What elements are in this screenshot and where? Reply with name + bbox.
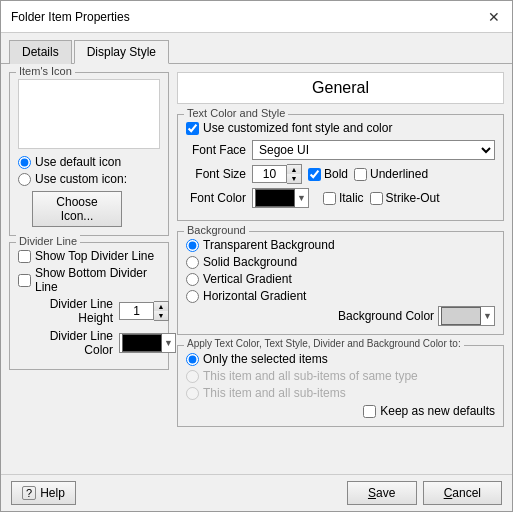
check-bottom-divider[interactable] xyxy=(18,274,31,287)
divider-height-input[interactable] xyxy=(119,302,154,320)
cancel-button[interactable]: Cancel xyxy=(423,481,502,505)
font-size-down[interactable]: ▼ xyxy=(287,174,301,183)
divider-height-up[interactable]: ▲ xyxy=(154,302,168,311)
bg-solid-label: Solid Background xyxy=(203,255,297,269)
check-top-divider[interactable] xyxy=(18,250,31,263)
font-color-picker[interactable]: ▼ xyxy=(252,188,309,208)
font-size-spinner-btns: ▲ ▼ xyxy=(287,164,302,184)
apply-selected-radio[interactable] xyxy=(186,353,199,366)
title-bar: Folder Item Properties ✕ xyxy=(1,1,512,33)
strikeout-label-wrap: Strike-Out xyxy=(370,191,440,205)
apply-selected-row: Only the selected items xyxy=(186,352,495,366)
tab-bar: Details Display Style xyxy=(1,33,512,64)
bg-group: Background Transparent Background Solid … xyxy=(177,231,504,335)
divider-group-title: Divider Line xyxy=(16,235,80,247)
divider-group: Divider Line Show Top Divider Line Show … xyxy=(9,242,169,370)
radio-custom-label: Use custom icon: xyxy=(35,172,127,186)
bg-transparent-label: Transparent Background xyxy=(203,238,335,252)
bg-color-swatch xyxy=(441,307,481,325)
bg-transparent-row: Transparent Background xyxy=(186,238,495,252)
italic-checkbox[interactable] xyxy=(323,192,336,205)
apply-all-row: This item and all sub-items xyxy=(186,386,495,400)
tab-details[interactable]: Details xyxy=(9,40,72,64)
right-panel: General Text Color and Style Use customi… xyxy=(177,72,504,466)
bg-horizontal-label: Horizontal Gradient xyxy=(203,289,306,303)
apply-same-type-label: This item and all sub-items of same type xyxy=(203,369,418,383)
bold-checkbox[interactable] xyxy=(308,168,321,181)
bg-solid-radio[interactable] xyxy=(186,256,199,269)
apply-all-radio[interactable] xyxy=(186,387,199,400)
bg-vertical-radio[interactable] xyxy=(186,273,199,286)
divider-color-arrow: ▼ xyxy=(164,338,173,348)
font-face-label: Font Face xyxy=(186,143,246,157)
apply-selected-label: Only the selected items xyxy=(203,352,328,366)
help-button[interactable]: ? Help xyxy=(11,481,76,505)
save-button[interactable]: Save xyxy=(347,481,417,505)
font-face-select[interactable]: Segoe UI xyxy=(252,140,495,160)
main-content: Item's Icon Use default icon Use custom … xyxy=(1,64,512,474)
font-size-row: Font Size ▲ ▼ Bold Underline xyxy=(186,164,495,184)
underlined-checkbox[interactable] xyxy=(354,168,367,181)
choose-icon-button[interactable]: Choose Icon... xyxy=(32,191,122,227)
icon-group-title: Item's Icon xyxy=(16,65,75,77)
italic-label-wrap: Italic xyxy=(323,191,364,205)
divider-height-row: Divider Line Height ▲ ▼ xyxy=(18,297,160,325)
apply-same-type-radio[interactable] xyxy=(186,370,199,383)
check-top-divider-label: Show Top Divider Line xyxy=(35,249,154,263)
icon-group: Item's Icon Use default icon Use custom … xyxy=(9,72,169,236)
apply-all-label: This item and all sub-items xyxy=(203,386,346,400)
check-bottom-divider-row: Show Bottom Divider Line xyxy=(18,266,160,294)
icon-preview xyxy=(18,79,160,149)
bg-color-arrow: ▼ xyxy=(483,311,492,321)
use-custom-label: Use customized font style and color xyxy=(203,121,392,135)
font-size-label: Font Size xyxy=(186,167,246,181)
keep-defaults-label: Keep as new defaults xyxy=(380,404,495,418)
divider-color-label: Divider Line Color xyxy=(18,329,113,357)
bg-transparent-radio[interactable] xyxy=(186,239,199,252)
cancel-label: Cancel xyxy=(444,486,481,500)
font-face-row: Font Face Segoe UI xyxy=(186,140,495,160)
underlined-label: Underlined xyxy=(370,167,428,181)
check-top-divider-row: Show Top Divider Line xyxy=(18,249,160,263)
close-button[interactable]: ✕ xyxy=(486,9,502,25)
tab-display-style[interactable]: Display Style xyxy=(74,40,169,64)
font-size-input[interactable] xyxy=(252,165,287,183)
bg-horizontal-row: Horizontal Gradient xyxy=(186,289,495,303)
radio-default-label: Use default icon xyxy=(35,155,121,169)
strikeout-checkbox[interactable] xyxy=(370,192,383,205)
help-label: Help xyxy=(40,486,65,500)
dialog: Folder Item Properties ✕ Details Display… xyxy=(0,0,513,512)
text-style-group-title: Text Color and Style xyxy=(184,107,288,119)
general-header: General xyxy=(177,72,504,104)
font-color-swatch xyxy=(255,189,295,207)
bottom-bar: ? Help Save Cancel xyxy=(1,474,512,511)
strikeout-label: Strike-Out xyxy=(386,191,440,205)
keep-defaults-checkbox[interactable] xyxy=(363,405,376,418)
bold-label-wrap: Bold xyxy=(308,167,348,181)
divider-height-spinner-btns: ▲ ▼ xyxy=(154,301,169,321)
radio-custom-icon[interactable] xyxy=(18,173,31,186)
action-buttons: Save Cancel xyxy=(347,481,502,505)
text-style-group: Text Color and Style Use customized font… xyxy=(177,114,504,221)
font-color-row: Font Color ▼ Italic Strike-Out xyxy=(186,188,495,208)
divider-color-picker[interactable]: ▼ xyxy=(119,333,176,353)
italic-label: Italic xyxy=(339,191,364,205)
apply-group-title: Apply Text Color, Text Style, Divider an… xyxy=(184,338,464,349)
dialog-title: Folder Item Properties xyxy=(11,10,130,24)
font-color-arrow: ▼ xyxy=(297,193,306,203)
bg-color-label: Background Color xyxy=(338,309,434,323)
use-custom-checkbox[interactable] xyxy=(186,122,199,135)
radio-custom-row: Use custom icon: xyxy=(18,172,160,186)
divider-height-down[interactable]: ▼ xyxy=(154,311,168,320)
underlined-label-wrap: Underlined xyxy=(354,167,428,181)
left-panel: Item's Icon Use default icon Use custom … xyxy=(9,72,169,466)
bg-color-row: Background Color ▼ xyxy=(186,306,495,326)
bg-group-title: Background xyxy=(184,224,249,236)
bg-vertical-row: Vertical Gradient xyxy=(186,272,495,286)
divider-color-row: Divider Line Color ▼ xyxy=(18,329,160,357)
bg-color-picker[interactable]: ▼ xyxy=(438,306,495,326)
radio-default-icon[interactable] xyxy=(18,156,31,169)
font-size-up[interactable]: ▲ xyxy=(287,165,301,174)
apply-same-type-row: This item and all sub-items of same type xyxy=(186,369,495,383)
bg-horizontal-radio[interactable] xyxy=(186,290,199,303)
